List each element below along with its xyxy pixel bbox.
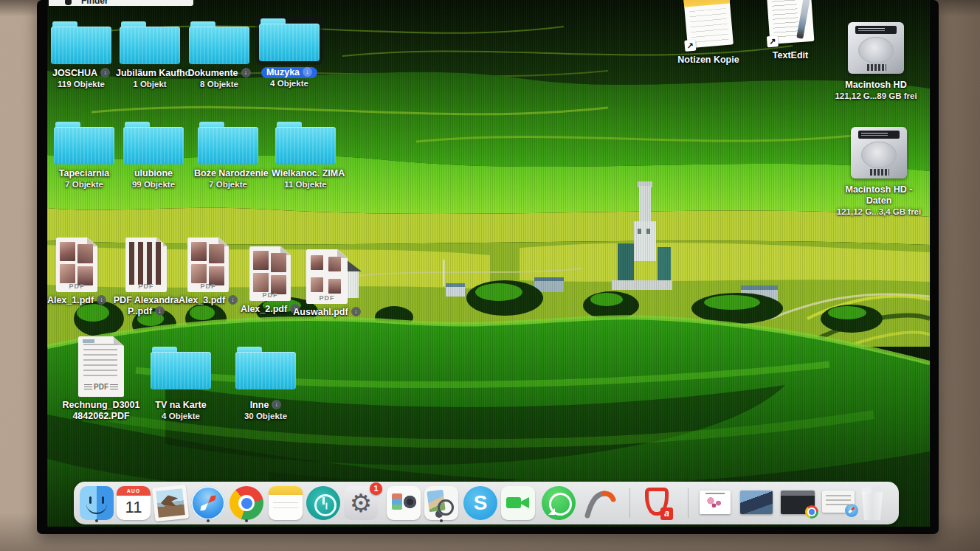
system-preferences-dock-icon[interactable]: 1: [344, 486, 378, 520]
minimized-document-thumbnail[interactable]: [700, 491, 731, 514]
desktop-folder-tapeciarnia[interactable]: Tapeciarnia 7 Objekte: [50, 118, 118, 189]
icloud-download-icon: [303, 67, 312, 77]
dock: AUG 11 1: [74, 482, 899, 524]
desktop-folder-boze-narodzenie[interactable]: Boże Narodzenie 7 Objekte: [194, 118, 262, 189]
pdf-file-icon: PDF: [125, 238, 167, 292]
desktop-drive-macintosh-hd-daten[interactable]: Macintosh HD - Daten 121,12 G...3,4 GB f…: [832, 121, 925, 216]
folder-icon: [123, 122, 184, 164]
alias-arrow-icon: [684, 40, 696, 52]
minimized-chrome-window-thumbnail[interactable]: [781, 491, 815, 514]
dock-separator: [629, 488, 630, 518]
apple-menu-icon[interactable]: [65, 0, 72, 5]
pen-icon: [796, 0, 812, 39]
finder-dock-icon[interactable]: [80, 486, 114, 520]
desktop-folder-muzyka-selected[interactable]: Muzyka 4 Objekte: [255, 15, 323, 88]
minimized-safari-window-thumbnail[interactable]: [822, 491, 855, 513]
mac-screen: Finder JOSCHUA 119 Objekte Jubiläum Kauf…: [37, 0, 939, 534]
folder-icon: [120, 21, 180, 64]
pdf-file-icon: PDF: [249, 246, 291, 301]
desktop-folder-tv-na-karte[interactable]: TV na Karte 4 Objekte: [147, 336, 215, 420]
desktop-drive-macintosh-hd[interactable]: Macintosh HD 121,12 G...89 GB frei: [828, 16, 924, 100]
folder-icon: [259, 18, 320, 61]
skype-dock-icon[interactable]: [463, 486, 497, 520]
textedit-app-icon: [767, 0, 815, 44]
desktop-alias-notizen-kopie[interactable]: Notizen Kopie: [666, 0, 751, 66]
avira-dock-icon[interactable]: [641, 486, 674, 520]
notes-dock-icon[interactable]: [269, 486, 303, 520]
preview-dock-icon[interactable]: [424, 486, 458, 520]
photographed-monitor: Finder JOSCHUA 119 Objekte Jubiläum Kauf…: [0, 0, 980, 551]
minimized-photo-thumbnail[interactable]: [740, 491, 773, 514]
swoosh-app-dock-icon[interactable]: [582, 486, 616, 520]
desktop-folder-ulubione[interactable]: ulubione 99 Objekte: [120, 118, 187, 189]
notification-badge: 1: [370, 482, 382, 495]
swoosh-icon: [582, 486, 616, 520]
preview-running-indicator: [440, 519, 443, 522]
folder-icon: [275, 122, 336, 164]
folder-icon: [189, 21, 249, 64]
icloud-download-icon: [100, 68, 110, 77]
desktop-folder-wielkanoc-zima[interactable]: Wielkanoc. ZIMA 11 Objekte: [272, 118, 339, 189]
icloud-download-icon: [351, 307, 361, 316]
desktop-file-alexandra-pdf[interactable]: PDF PDF Alexandra P..pdf: [112, 235, 180, 317]
whatsapp-dock-icon[interactable]: [542, 486, 576, 520]
folder-icon: [151, 347, 211, 389]
pdf-file-icon: PDF: [56, 238, 97, 292]
icloud-download-icon: [97, 295, 106, 305]
desktop-folder-inne[interactable]: Inne 30 Objekte: [232, 336, 300, 420]
desktop-file-alex3-pdf[interactable]: PDF Alex_3.pdf: [174, 235, 242, 306]
hard-drive-icon: [851, 127, 907, 179]
chrome-running-indicator: [245, 519, 248, 522]
alias-arrow-icon: [767, 35, 779, 47]
folder-icon: [54, 122, 114, 164]
folder-icon: [198, 122, 258, 164]
desktop-file-rechnung-pdf[interactable]: PDF Rechnung_D3001 4842062.PDF: [61, 333, 142, 422]
icloud-download-icon: [241, 68, 251, 77]
dock-separator: [688, 488, 689, 518]
icloud-download-icon: [272, 400, 281, 409]
desktop-alias-textedit[interactable]: TextEdit: [750, 0, 831, 61]
finder-running-indicator: [95, 519, 98, 522]
menu-bar-fragment: Finder: [49, 0, 193, 6]
desktop-file-auswahl-pdf[interactable]: PDF Auswahl.pdf: [293, 246, 361, 318]
finder-menu[interactable]: Finder: [81, 0, 108, 6]
desktop-folder-jubilaeum[interactable]: Jubiläum Kaufho 1 Objekt: [116, 18, 184, 89]
avira-a-badge: [660, 507, 673, 520]
chrome-dock-icon[interactable]: [230, 486, 263, 520]
photo-booth-dock-icon[interactable]: [387, 486, 421, 520]
folder-icon: [235, 347, 296, 389]
pdf-document-icon: PDF: [78, 336, 124, 397]
icloud-download-icon: [155, 306, 165, 316]
folder-icon: [51, 21, 111, 64]
time-machine-dock-icon[interactable]: [306, 486, 340, 520]
desktop-folder-dokumente[interactable]: Dokumente 8 Objekte: [185, 18, 253, 89]
pdf-file-icon: PDF: [187, 238, 229, 292]
chrome-mini-badge-icon: [805, 505, 818, 519]
notes-app-icon: [683, 0, 734, 49]
hard-drive-icon: [848, 22, 904, 74]
mail-dock-icon[interactable]: [152, 485, 190, 522]
facetime-dock-icon[interactable]: [501, 486, 535, 520]
pdf-file-icon: PDF: [306, 249, 348, 304]
desktop: Finder JOSCHUA 119 Objekte Jubiläum Kauf…: [47, 0, 930, 527]
desktop-folder-joschua[interactable]: JOSCHUA 119 Objekte: [47, 18, 115, 89]
trash-full-icon[interactable]: [858, 488, 887, 520]
calendar-dock-icon[interactable]: AUG 11: [117, 486, 151, 520]
desktop-file-alex1-pdf[interactable]: PDF Alex_1.pdf: [47, 235, 111, 306]
safari-dock-icon[interactable]: [191, 486, 225, 520]
safari-running-indicator: [207, 519, 210, 522]
safari-mini-badge-icon: [845, 504, 858, 517]
